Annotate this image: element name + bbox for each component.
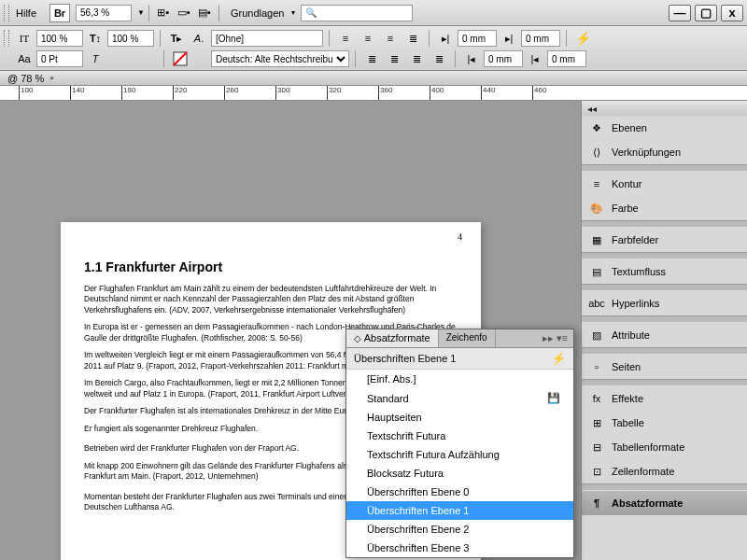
- view-toggle-1[interactable]: ⊞▪: [153, 4, 174, 22]
- panel-item-zellenformate[interactable]: ⊡Zellenformate: [582, 459, 747, 483]
- panel-label: Attribute: [612, 329, 650, 341]
- tab-paragraph-formats[interactable]: ◇ Absatzformate: [346, 329, 439, 347]
- panel-item-kontur[interactable]: ≡Kontur: [582, 172, 747, 196]
- view-toggle-3[interactable]: ▤▪: [194, 4, 215, 22]
- ruler-tick: 360: [378, 86, 392, 101]
- style-item[interactable]: Überschriften Ebene 2: [346, 520, 573, 539]
- panel-item-tabelle[interactable]: ⊞Tabelle: [582, 411, 747, 435]
- ruler-tick: 100: [19, 86, 33, 101]
- baseline-input[interactable]: [36, 50, 83, 67]
- panel-item-absatzformate[interactable]: ¶Absatzformate: [582, 491, 747, 515]
- paragraph-formats-panel: ◇ Absatzformate Zeichenfo ▸▸ ▾≡ Überschr…: [345, 329, 574, 558]
- indent-left-input[interactable]: [458, 30, 497, 47]
- ruler-tick: 460: [532, 86, 546, 101]
- close-button[interactable]: x: [721, 5, 743, 21]
- panel-label: Hyperlinks: [612, 298, 659, 309]
- doc-heading[interactable]: 1.1 Frankfurter Airport: [84, 259, 458, 274]
- style-item[interactable]: Standard💾: [346, 388, 573, 408]
- farbfelder-icon: ▦: [589, 232, 604, 247]
- style-item[interactable]: [Einf. Abs.]: [346, 370, 573, 388]
- justify-left-icon[interactable]: ≣: [361, 49, 382, 68]
- align-right-icon[interactable]: ≡: [380, 29, 401, 48]
- doc-paragraph[interactable]: Der Flughafen Frankfurt am Main zählt zu…: [84, 284, 458, 315]
- kontur-icon: ≡: [589, 176, 604, 191]
- style-item[interactable]: Textschrift Futura Aufzählung: [346, 445, 573, 464]
- vertical-scale-icon: IT: [14, 29, 35, 48]
- style-item[interactable]: Hauptseiten: [346, 408, 573, 427]
- horizontal-scale-icon: T↕: [85, 29, 106, 48]
- zoom-input[interactable]: [76, 5, 132, 21]
- panel-item-hyperlinks[interactable]: abcHyperlinks: [582, 291, 747, 315]
- panel-more-icon[interactable]: ▸▸ ▾≡: [537, 329, 573, 347]
- panel-item-farbfelder[interactable]: ▦Farbfelder: [582, 228, 747, 252]
- grip[interactable]: [4, 5, 9, 21]
- effekte-icon: fx: [589, 391, 604, 406]
- panel-item-attribute[interactable]: ▨Attribute: [582, 323, 747, 347]
- ruler-tick: 180: [121, 86, 135, 101]
- zoom-tab[interactable]: @ 78 %×: [0, 71, 747, 86]
- bolt-icon[interactable]: ⚡: [552, 352, 566, 365]
- ruler-tick: 440: [481, 86, 495, 101]
- indent-right-input[interactable]: [484, 50, 523, 67]
- minimize-button[interactable]: —: [669, 5, 691, 21]
- ruler-tick: 300: [275, 86, 289, 101]
- seiten-icon: ▫: [589, 359, 604, 374]
- bridge-button[interactable]: Br: [49, 4, 70, 22]
- textumfluss-icon: ▤: [589, 264, 604, 279]
- panel-separator: [582, 315, 747, 323]
- ruler-tick: 220: [173, 86, 187, 101]
- align-center-icon[interactable]: ≡: [358, 29, 378, 48]
- panel-label: Textumfluss: [612, 266, 666, 277]
- language-select[interactable]: Deutsch: Alte Rechtschreibu: [211, 50, 349, 67]
- bolt-icon[interactable]: ⚡: [572, 29, 593, 48]
- indent-right-icon: |◂: [461, 49, 482, 68]
- panel-separator: [582, 483, 747, 491]
- indent-last-icon: |◂: [525, 49, 545, 68]
- view-toggle-2[interactable]: ▭▪: [174, 4, 194, 22]
- grip[interactable]: [4, 30, 9, 47]
- workspace-dropdown-icon[interactable]: ▾: [291, 8, 295, 17]
- verknüpfungen-icon: ⟨⟩: [589, 145, 604, 160]
- panel-item-verknüpfungen[interactable]: ⟨⟩Verknüpfungen: [582, 140, 747, 164]
- vscale-input[interactable]: [36, 30, 83, 47]
- panel-item-farbe[interactable]: 🎨Farbe: [582, 196, 747, 220]
- indent-first-icon: ▸|: [499, 29, 519, 48]
- style-item[interactable]: Überschriften Ebene 3: [346, 539, 573, 557]
- panel-collapse-bar[interactable]: ◂◂: [582, 101, 747, 116]
- justify-full-icon[interactable]: ≣: [429, 49, 449, 68]
- hscale-input[interactable]: [107, 30, 154, 47]
- panel-separator: [582, 347, 747, 355]
- page-number: 4: [458, 231, 462, 242]
- maximize-button[interactable]: ▢: [695, 5, 717, 21]
- tab-character-formats[interactable]: Zeichenfo: [439, 329, 496, 347]
- panel-item-tabellenformate[interactable]: ⊟Tabellenformate: [582, 435, 747, 459]
- panel-item-effekte[interactable]: fxEffekte: [582, 386, 747, 411]
- style-item[interactable]: Blocksatz Futura: [346, 464, 573, 483]
- style-item-label: Überschriften Ebene 3: [367, 542, 469, 553]
- panel-item-ebenen[interactable]: ❖Ebenen: [582, 116, 747, 140]
- search-input[interactable]: [301, 5, 413, 21]
- horizontal-ruler[interactable]: 100140180220260300320360400440460: [0, 86, 747, 101]
- panel-item-seiten[interactable]: ▫Seiten: [582, 355, 747, 379]
- style-item[interactable]: Überschriften Ebene 0: [346, 483, 573, 501]
- style-item-label: Blocksatz Futura: [367, 468, 444, 479]
- panel-separator: [582, 379, 747, 386]
- align-left-icon[interactable]: ≡: [335, 29, 356, 48]
- tabellenformate-icon: ⊟: [589, 440, 604, 455]
- zoom-dropdown-icon[interactable]: ▼: [137, 8, 145, 17]
- indent-first-input[interactable]: [521, 30, 560, 47]
- style-item-label: Überschriften Ebene 0: [367, 486, 469, 497]
- align-justify-icon[interactable]: ≣: [402, 29, 423, 48]
- justify-right-icon[interactable]: ≣: [406, 49, 427, 68]
- style-input[interactable]: [211, 30, 323, 47]
- justify-center-icon[interactable]: ≣: [384, 49, 404, 68]
- style-list: [Einf. Abs.]Standard💾HauptseitenTextschr…: [346, 370, 573, 557]
- panel-item-textumfluss[interactable]: ▤Textumfluss: [582, 259, 747, 284]
- indent-last-input[interactable]: [547, 50, 586, 67]
- help-menu[interactable]: Hilfe: [12, 6, 40, 21]
- formatting-toolbar: IT T↕ T▸ A. ≡ ≡ ≡ ≣ ▸| ▸| ⚡ Aa T Deutsch…: [0, 26, 747, 71]
- style-item[interactable]: Textschrift Futura: [346, 427, 573, 445]
- workspace-select[interactable]: Grundlagen: [231, 7, 285, 19]
- no-fill-icon[interactable]: [170, 49, 190, 68]
- style-item[interactable]: Überschriften Ebene 1: [346, 501, 573, 520]
